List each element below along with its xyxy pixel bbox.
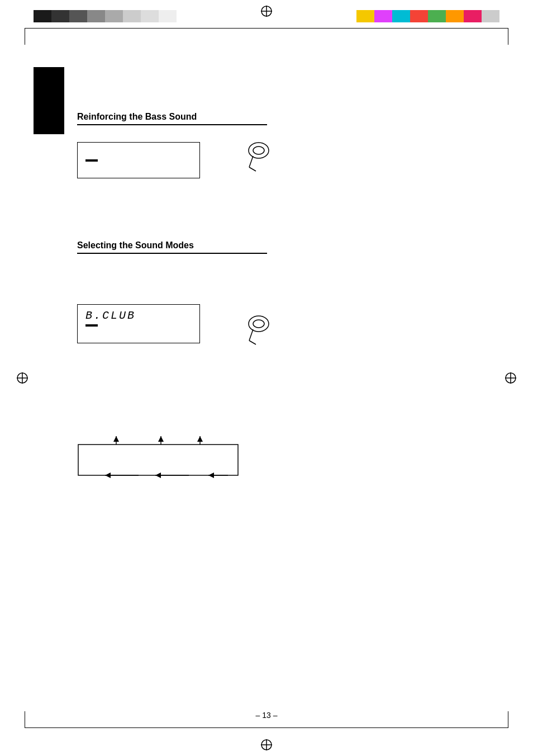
swatch-lightgray (482, 10, 499, 22)
svg-point-17 (253, 320, 264, 328)
svg-marker-32 (208, 472, 214, 478)
svg-line-19 (249, 341, 256, 344)
sidebar-block (34, 67, 64, 134)
border-top (25, 28, 508, 29)
section1-remote-icon (239, 136, 278, 176)
section1-title-container: Reinforcing the Bass Sound (77, 112, 267, 125)
swatch-cyan (392, 10, 410, 22)
section1-title: Reinforcing the Bass Sound (77, 112, 267, 125)
border-right-top (508, 28, 508, 45)
section2-title: Selecting the Sound Modes (77, 240, 267, 254)
svg-point-12 (249, 143, 269, 158)
crosshair-top (260, 4, 273, 18)
section2-lcd: B.CLUB (77, 304, 200, 343)
swatch-yellow (356, 10, 374, 22)
section1-diagram (77, 142, 267, 178)
swatch-gray4 (123, 10, 141, 22)
swatch-red (410, 10, 428, 22)
swatch-pink (464, 10, 482, 22)
border-right-bottom (508, 711, 508, 728)
swatch-magenta (374, 10, 392, 22)
swatch-orange (446, 10, 464, 22)
color-bar-right (356, 10, 499, 22)
section2-lcd-text: B.CLUB (85, 309, 136, 322)
border-left-bottom (25, 711, 25, 728)
svg-point-13 (253, 147, 264, 154)
swatch-gray1 (69, 10, 87, 22)
section1-container: Reinforcing the Bass Sound (77, 112, 267, 178)
swatch-white (159, 10, 177, 22)
section2-lcd-dash (85, 324, 98, 327)
swatch-gray5 (141, 10, 159, 22)
svg-marker-28 (105, 472, 111, 478)
swatch-darkgray (51, 10, 69, 22)
svg-line-15 (249, 167, 256, 171)
arrow-diagram-container (77, 436, 239, 483)
swatch-gray2 (87, 10, 105, 22)
section2-container: Selecting the Sound Modes B.CLUB (77, 240, 267, 343)
color-bar-left (34, 10, 177, 22)
svg-marker-24 (158, 436, 164, 442)
crosshair-right (504, 371, 517, 385)
crosshair-left (16, 371, 29, 385)
swatch-black (34, 10, 51, 22)
svg-marker-26 (197, 436, 203, 442)
svg-point-16 (249, 316, 269, 332)
section2-diagram: B.CLUB (77, 304, 267, 343)
svg-marker-30 (155, 472, 161, 478)
swatch-gray3 (105, 10, 123, 22)
arrow-cycle-diagram (77, 436, 239, 481)
swatch-green (428, 10, 446, 22)
svg-rect-20 (78, 445, 238, 475)
section2-title-container: Selecting the Sound Modes (77, 240, 267, 254)
section1-lcd (77, 142, 200, 178)
section2-remote-icon (239, 310, 278, 349)
border-left-top (25, 28, 25, 45)
svg-marker-22 (113, 436, 119, 442)
page-number: – 13 – (256, 711, 278, 720)
crosshair-bottom (260, 738, 273, 752)
border-bottom (25, 727, 508, 728)
section1-lcd-dash (85, 159, 98, 162)
svg-line-18 (249, 329, 253, 341)
svg-line-14 (249, 156, 253, 167)
